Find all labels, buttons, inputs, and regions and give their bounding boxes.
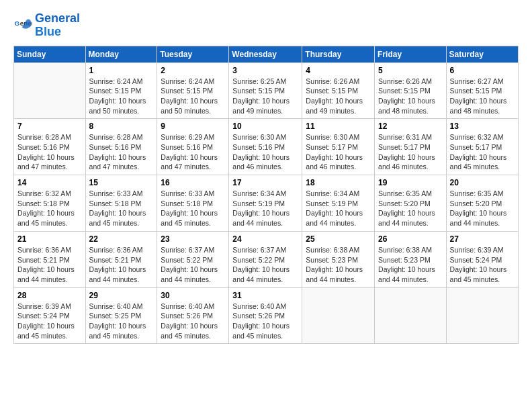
day-number: 29 [89, 291, 154, 300]
calendar-cell: 11Sunrise: 6:30 AMSunset: 5:17 PMDayligh… [302, 119, 375, 175]
day-detail: Sunrise: 6:40 AMSunset: 5:26 PMDaylight:… [232, 302, 298, 341]
weekday-header-saturday: Saturday [446, 46, 518, 62]
day-number: 23 [161, 234, 225, 244]
calendar-cell: 19Sunrise: 6:35 AMSunset: 5:20 PMDayligh… [375, 175, 447, 232]
day-detail: Sunrise: 6:24 AMSunset: 5:15 PMDaylight:… [89, 77, 154, 116]
calendar-week-row: 14Sunrise: 6:32 AMSunset: 5:18 PMDayligh… [14, 175, 519, 232]
day-detail: Sunrise: 6:30 AMSunset: 5:16 PMDaylight:… [232, 132, 298, 172]
weekday-header-thursday: Thursday [302, 46, 375, 62]
day-detail: Sunrise: 6:39 AMSunset: 5:24 PMDaylight:… [17, 302, 82, 341]
calendar-cell [446, 287, 518, 344]
day-number: 10 [232, 122, 298, 131]
day-number: 30 [161, 291, 225, 300]
day-number: 16 [161, 178, 225, 187]
calendar-cell: 18Sunrise: 6:34 AMSunset: 5:19 PMDayligh… [302, 175, 375, 232]
day-number: 12 [378, 122, 443, 131]
calendar-cell: 8Sunrise: 6:28 AMSunset: 5:16 PMDaylight… [85, 119, 157, 175]
day-number: 5 [378, 66, 443, 75]
day-detail: Sunrise: 6:38 AMSunset: 5:23 PMDaylight:… [378, 245, 443, 285]
calendar-cell: 1Sunrise: 6:24 AMSunset: 5:15 PMDaylight… [85, 62, 157, 119]
day-number: 9 [161, 122, 225, 131]
day-detail: Sunrise: 6:32 AMSunset: 5:18 PMDaylight:… [17, 189, 82, 228]
day-detail: Sunrise: 6:39 AMSunset: 5:24 PMDaylight:… [450, 245, 515, 285]
day-detail: Sunrise: 6:34 AMSunset: 5:19 PMDaylight:… [232, 189, 298, 228]
calendar-cell: 3Sunrise: 6:25 AMSunset: 5:15 PMDaylight… [229, 62, 302, 119]
calendar-cell: 28Sunrise: 6:39 AMSunset: 5:24 PMDayligh… [14, 287, 86, 344]
day-number: 1 [89, 66, 154, 75]
day-number: 6 [450, 66, 515, 75]
weekday-header-monday: Monday [85, 46, 157, 62]
calendar-cell: 7Sunrise: 6:28 AMSunset: 5:16 PMDaylight… [14, 119, 86, 175]
logo: G eneral GeneralBlue [13, 12, 80, 39]
day-detail: Sunrise: 6:32 AMSunset: 5:17 PMDaylight:… [450, 132, 515, 172]
day-number: 31 [232, 291, 298, 300]
calendar-cell: 14Sunrise: 6:32 AMSunset: 5:18 PMDayligh… [14, 175, 86, 232]
calendar-cell: 27Sunrise: 6:39 AMSunset: 5:24 PMDayligh… [446, 231, 518, 287]
calendar-cell: 12Sunrise: 6:31 AMSunset: 5:17 PMDayligh… [375, 119, 447, 175]
day-number: 24 [232, 234, 298, 244]
calendar-cell: 20Sunrise: 6:35 AMSunset: 5:20 PMDayligh… [446, 175, 518, 232]
day-detail: Sunrise: 6:37 AMSunset: 5:22 PMDaylight:… [161, 245, 225, 285]
day-number: 25 [306, 234, 371, 244]
calendar-cell: 4Sunrise: 6:26 AMSunset: 5:15 PMDaylight… [302, 62, 375, 119]
day-detail: Sunrise: 6:24 AMSunset: 5:15 PMDaylight:… [161, 77, 225, 116]
day-detail: Sunrise: 6:30 AMSunset: 5:17 PMDaylight:… [306, 132, 371, 172]
day-number: 17 [232, 178, 298, 187]
calendar-cell: 13Sunrise: 6:32 AMSunset: 5:17 PMDayligh… [446, 119, 518, 175]
day-number: 8 [89, 122, 154, 131]
day-number: 11 [306, 122, 371, 131]
day-number: 20 [450, 178, 515, 187]
calendar-cell: 23Sunrise: 6:37 AMSunset: 5:22 PMDayligh… [157, 231, 229, 287]
calendar-cell: 21Sunrise: 6:36 AMSunset: 5:21 PMDayligh… [14, 231, 86, 287]
day-number: 3 [232, 66, 298, 75]
day-detail: Sunrise: 6:28 AMSunset: 5:16 PMDaylight:… [89, 132, 154, 172]
calendar-header-row: SundayMondayTuesdayWednesdayThursdayFrid… [14, 46, 519, 62]
page: G eneral GeneralBlue SundayMondayTuesday… [0, 0, 532, 351]
day-detail: Sunrise: 6:33 AMSunset: 5:18 PMDaylight:… [89, 189, 154, 228]
calendar-cell: 25Sunrise: 6:38 AMSunset: 5:23 PMDayligh… [302, 231, 375, 287]
day-number: 26 [378, 234, 443, 244]
day-number: 14 [17, 178, 82, 187]
day-number: 27 [450, 234, 515, 244]
day-detail: Sunrise: 6:26 AMSunset: 5:15 PMDaylight:… [378, 77, 443, 116]
calendar-week-row: 28Sunrise: 6:39 AMSunset: 5:24 PMDayligh… [14, 287, 519, 344]
day-number: 4 [306, 66, 371, 75]
day-number: 19 [378, 178, 443, 187]
header: G eneral GeneralBlue [13, 12, 519, 39]
calendar-cell [302, 287, 375, 344]
day-detail: Sunrise: 6:26 AMSunset: 5:15 PMDaylight:… [306, 77, 371, 116]
calendar-cell: 15Sunrise: 6:33 AMSunset: 5:18 PMDayligh… [85, 175, 157, 232]
day-number: 7 [17, 122, 82, 131]
weekday-header-tuesday: Tuesday [157, 46, 229, 62]
day-detail: Sunrise: 6:25 AMSunset: 5:15 PMDaylight:… [232, 77, 298, 116]
calendar-cell: 6Sunrise: 6:27 AMSunset: 5:15 PMDaylight… [446, 62, 518, 119]
day-detail: Sunrise: 6:35 AMSunset: 5:20 PMDaylight:… [378, 189, 443, 228]
calendar-cell: 24Sunrise: 6:37 AMSunset: 5:22 PMDayligh… [229, 231, 302, 287]
day-detail: Sunrise: 6:34 AMSunset: 5:19 PMDaylight:… [306, 189, 371, 228]
calendar-week-row: 21Sunrise: 6:36 AMSunset: 5:21 PMDayligh… [14, 231, 519, 287]
day-detail: Sunrise: 6:27 AMSunset: 5:15 PMDaylight:… [450, 77, 515, 116]
calendar-cell: 31Sunrise: 6:40 AMSunset: 5:26 PMDayligh… [229, 287, 302, 344]
calendar-table: SundayMondayTuesdayWednesdayThursdayFrid… [13, 46, 519, 345]
calendar-cell: 16Sunrise: 6:33 AMSunset: 5:18 PMDayligh… [157, 175, 229, 232]
day-detail: Sunrise: 6:31 AMSunset: 5:17 PMDaylight:… [378, 132, 443, 172]
day-number: 28 [17, 291, 82, 300]
calendar-cell: 22Sunrise: 6:36 AMSunset: 5:21 PMDayligh… [85, 231, 157, 287]
day-number: 18 [306, 178, 371, 187]
day-detail: Sunrise: 6:36 AMSunset: 5:21 PMDaylight:… [89, 245, 154, 285]
day-detail: Sunrise: 6:29 AMSunset: 5:16 PMDaylight:… [161, 132, 225, 172]
day-number: 21 [17, 234, 82, 244]
day-detail: Sunrise: 6:28 AMSunset: 5:16 PMDaylight:… [17, 132, 82, 172]
calendar-cell: 5Sunrise: 6:26 AMSunset: 5:15 PMDaylight… [375, 62, 447, 119]
calendar-cell: 26Sunrise: 6:38 AMSunset: 5:23 PMDayligh… [375, 231, 447, 287]
day-detail: Sunrise: 6:37 AMSunset: 5:22 PMDaylight:… [232, 245, 298, 285]
day-detail: Sunrise: 6:36 AMSunset: 5:21 PMDaylight:… [17, 245, 82, 285]
calendar-week-row: 7Sunrise: 6:28 AMSunset: 5:16 PMDaylight… [14, 119, 519, 175]
day-number: 13 [450, 122, 515, 131]
day-detail: Sunrise: 6:33 AMSunset: 5:18 PMDaylight:… [161, 189, 225, 228]
weekday-header-friday: Friday [375, 46, 447, 62]
day-number: 15 [89, 178, 154, 187]
calendar-cell: 2Sunrise: 6:24 AMSunset: 5:15 PMDaylight… [157, 62, 229, 119]
calendar-cell: 10Sunrise: 6:30 AMSunset: 5:16 PMDayligh… [229, 119, 302, 175]
calendar-cell: 30Sunrise: 6:40 AMSunset: 5:26 PMDayligh… [157, 287, 229, 344]
